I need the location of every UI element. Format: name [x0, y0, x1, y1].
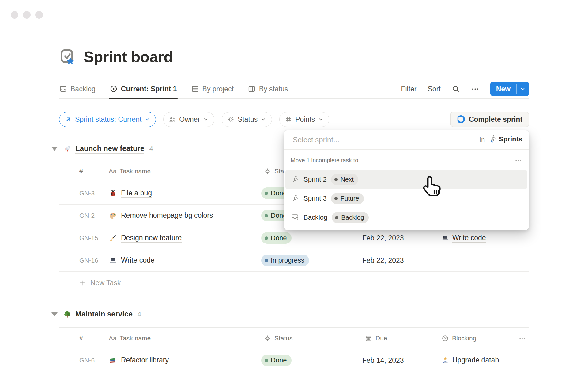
- view-tabs-bar: BacklogCurrent: Sprint 1By projectBy sta…: [59, 79, 529, 99]
- writing-hand-icon: [109, 234, 117, 242]
- status-dot-icon: [265, 236, 268, 240]
- column-header-due[interactable]: Due: [362, 335, 439, 342]
- task-name-link[interactable]: File a bug: [109, 189, 261, 198]
- sprint-runner-star-icon: [488, 134, 497, 144]
- popup-options: Sprint 2NextSprint 3FutureBacklogBacklog: [284, 168, 529, 230]
- option-status-badge: Backlog: [332, 212, 369, 223]
- sprint-search-placeholder: Select sprint...: [293, 136, 339, 144]
- tab-label: Backlog: [70, 85, 96, 93]
- task-name-link[interactable]: Design new feature: [109, 234, 261, 243]
- group-title[interactable]: Maintain service: [75, 310, 133, 319]
- filter-chip-status[interactable]: Status: [222, 112, 272, 127]
- tab-by-project[interactable]: By project: [191, 79, 234, 98]
- task-id: GN-15: [59, 234, 109, 242]
- new-button[interactable]: New: [490, 82, 516, 96]
- due-date[interactable]: Feb 22, 2023: [362, 256, 439, 265]
- blocked-icon: [441, 335, 449, 342]
- option-label: Sprint 2: [303, 175, 327, 183]
- checkbox-star-icon[interactable]: [59, 48, 77, 66]
- sprints-collection-link[interactable]: Sprints: [488, 134, 522, 145]
- chip-label: Points: [295, 115, 315, 124]
- more-options-icon[interactable]: [471, 85, 479, 93]
- filter-chip-owner[interactable]: Owner: [163, 112, 214, 127]
- complete-sprint-button[interactable]: Complete sprint: [450, 112, 529, 127]
- column-header-status[interactable]: Status: [261, 335, 362, 342]
- sort-button[interactable]: Sort: [428, 85, 441, 93]
- status-cell[interactable]: Done: [261, 355, 362, 366]
- runner-icon: [291, 194, 299, 203]
- popup-option-sprint-3[interactable]: Sprint 3Future: [285, 189, 527, 208]
- progress-ring-icon: [457, 115, 465, 123]
- plus-icon: [78, 279, 86, 287]
- task-name: Refactor library: [121, 356, 169, 365]
- task-name: Remove homepage bg colors: [121, 211, 213, 220]
- ladybug-icon: [109, 189, 117, 197]
- tab-current-sprint-1[interactable]: Current: Sprint 1: [110, 79, 177, 98]
- status-label: Done: [271, 234, 287, 242]
- table-row-gn-16[interactable]: GN-16Write codeIn progressFeb 22, 2023: [59, 249, 529, 272]
- tab-label: By status: [259, 85, 288, 93]
- group-title[interactable]: Launch new feature: [75, 144, 144, 154]
- new-task-button[interactable]: New Task: [59, 272, 529, 294]
- task-name-link[interactable]: Remove homepage bg colors: [109, 211, 261, 220]
- status-dot-icon: [265, 214, 268, 217]
- view-toolbar: Filter Sort New: [401, 82, 529, 96]
- status-dot-icon: [334, 178, 338, 181]
- table-row-gn-15[interactable]: GN-15Design new featureDoneFeb 22, 2023W…: [59, 227, 529, 249]
- triangle-down-icon[interactable]: [51, 312, 58, 316]
- laptop-icon: [109, 256, 117, 265]
- search-icon[interactable]: [452, 85, 460, 93]
- tab-label: By project: [202, 85, 234, 93]
- task-name-link[interactable]: Refactor library: [109, 356, 261, 365]
- in-label: In: [479, 136, 485, 144]
- filters-bar: Sprint status: CurrentOwnerStatusPoints …: [59, 112, 529, 127]
- status-cell[interactable]: In progress: [261, 255, 362, 266]
- column-header-task-name[interactable]: AaTask name: [109, 335, 261, 342]
- app-window: Sprint board BacklogCurrent: Sprint 1By …: [0, 0, 588, 368]
- badge-label: Future: [341, 195, 359, 202]
- popup-option-backlog[interactable]: BacklogBacklog: [285, 208, 527, 227]
- blocking-cell[interactable]: Upgrade datab: [439, 356, 518, 365]
- chevron-down-icon: [318, 117, 323, 122]
- popup-option-sprint-2[interactable]: Sprint 2Next: [285, 170, 527, 189]
- tab-backlog[interactable]: Backlog: [59, 79, 96, 98]
- sprints-collection-label: Sprints: [499, 135, 522, 143]
- window-close-button[interactable]: [11, 11, 18, 19]
- option-label: Backlog: [303, 213, 327, 221]
- sprint-search-input[interactable]: Select sprint... In Sprints: [284, 130, 529, 150]
- status-dot-icon: [265, 359, 268, 362]
- column-header-task-name[interactable]: AaTask name: [109, 167, 261, 175]
- new-dropdown-button[interactable]: [517, 82, 529, 96]
- blocking-cell[interactable]: Write code: [439, 234, 518, 243]
- task-id: GN-2: [59, 212, 109, 219]
- due-date[interactable]: Feb 14, 2023: [362, 356, 439, 365]
- column-header-blocking[interactable]: Blocking: [439, 335, 518, 342]
- tab-by-status[interactable]: By status: [248, 79, 288, 98]
- books-icon: [109, 356, 117, 365]
- filter-button[interactable]: Filter: [401, 85, 417, 93]
- filter-chip-points[interactable]: Points: [279, 112, 329, 127]
- spinner-icon: [264, 335, 271, 342]
- column-header-id[interactable]: #: [59, 334, 109, 342]
- window-minimize-button[interactable]: [23, 11, 31, 19]
- option-status-badge: Next: [331, 174, 358, 185]
- column-label: Task name: [120, 335, 151, 342]
- popup-more-icon[interactable]: [514, 157, 522, 164]
- table-row-gn-6[interactable]: GN-6Refactor libraryDoneFeb 14, 2023Upgr…: [59, 349, 529, 368]
- group-count: 4: [138, 310, 141, 318]
- column-header-id[interactable]: #: [59, 167, 109, 175]
- chevron-down-icon: [261, 117, 266, 122]
- due-date[interactable]: Feb 22, 2023: [362, 234, 439, 242]
- table-more-icon[interactable]: [518, 335, 529, 342]
- window-zoom-button[interactable]: [35, 11, 43, 19]
- page-title: Sprint board: [84, 48, 173, 66]
- task-name: Design new feature: [121, 234, 182, 243]
- table-icon: [191, 85, 199, 93]
- hash-icon: [285, 116, 292, 123]
- status-label: Done: [271, 356, 287, 364]
- task-name-link[interactable]: Write code: [109, 256, 261, 265]
- filter-chip-sprint-status-current[interactable]: Sprint status: Current: [59, 112, 156, 127]
- status-cell[interactable]: Done: [261, 232, 362, 244]
- spinner-icon: [264, 167, 271, 175]
- triangle-down-icon[interactable]: [51, 147, 58, 151]
